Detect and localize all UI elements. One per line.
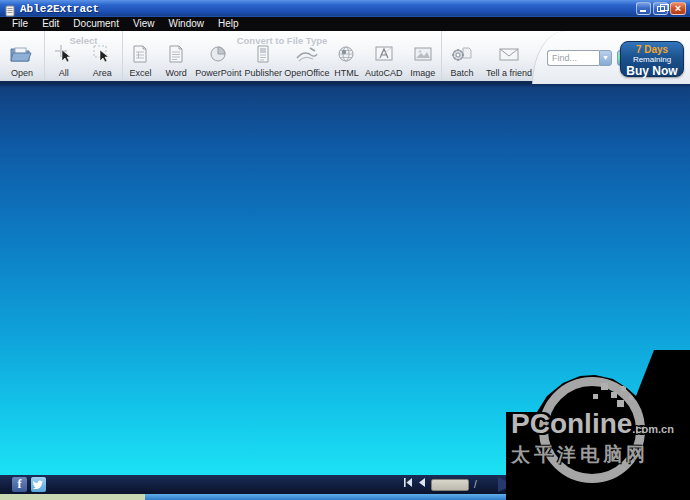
- toolbar-button-label: PowerPoint: [195, 68, 241, 78]
- find-dropdown-button[interactable]: ▼: [599, 50, 612, 66]
- toolbar-group-open: Open: [0, 31, 44, 81]
- toolbar-button-open[interactable]: Open: [0, 36, 44, 78]
- toolbar-button-label: Tell a friend: [486, 68, 532, 78]
- trial-days-remaining: 7 Days: [621, 44, 683, 55]
- toolbar-group-convert: Convert to File Type Excel Word PowerPoi…: [122, 31, 441, 81]
- bottom-border-left: [0, 494, 145, 500]
- toolbar-group-misc: Batch Tell a friend: [441, 31, 537, 81]
- toolbar-right-panel: ▼ ▶ 7 Days Remaining Buy Now: [532, 31, 690, 84]
- restore-button[interactable]: [653, 2, 668, 15]
- open-folder-icon: [9, 42, 35, 66]
- toolbar-button-label: Batch: [450, 68, 473, 78]
- toolbar-button-label: Image: [410, 68, 435, 78]
- toolbar-button-tell-a-friend[interactable]: Tell a friend: [482, 36, 536, 78]
- page-number-input[interactable]: [431, 479, 469, 491]
- watermark-chinese: 太平洋电脑网: [511, 442, 649, 468]
- toolbar-button-label: Open: [11, 68, 33, 78]
- find-input[interactable]: [547, 50, 599, 66]
- minimize-button[interactable]: [636, 2, 651, 15]
- toolbar-button-label: AutoCAD: [365, 68, 403, 78]
- toolbar-button-batch[interactable]: Batch: [442, 36, 482, 78]
- first-page-icon[interactable]: [404, 475, 413, 494]
- page-navigation: /: [404, 475, 477, 494]
- trial-remaining-label: Remaining: [621, 55, 683, 64]
- watermark-suffix: .com.cn: [632, 423, 674, 435]
- page-count-separator: /: [474, 479, 477, 490]
- menubar: File Edit Document View Window Help: [0, 17, 690, 31]
- menu-document[interactable]: Document: [66, 17, 126, 31]
- envelope-icon: [497, 42, 521, 66]
- batch-gear-icon: [450, 42, 474, 66]
- toolbar-button-label: Area: [93, 68, 112, 78]
- toolbar-button-label: Publisher: [244, 68, 282, 78]
- application-window: Able2Extract × File Edit Document View W…: [0, 0, 690, 500]
- close-button[interactable]: ×: [670, 2, 686, 15]
- menu-file[interactable]: File: [5, 17, 35, 31]
- select-group-label: Select: [45, 35, 122, 46]
- buy-now-button[interactable]: 7 Days Remaining Buy Now: [620, 41, 684, 77]
- menu-help[interactable]: Help: [211, 17, 246, 31]
- toolbar-group-select: Select All Area: [44, 31, 122, 81]
- toolbar-button-label: All: [59, 68, 69, 78]
- convert-group-label: Convert to File Type: [123, 35, 441, 46]
- toolbar-button-label: Excel: [129, 68, 151, 78]
- prev-page-icon[interactable]: [418, 475, 426, 494]
- menu-edit[interactable]: Edit: [35, 17, 66, 31]
- titlebar[interactable]: Able2Extract ×: [0, 0, 690, 17]
- toolbar-button-label: Word: [165, 68, 186, 78]
- toolbar-button-label: HTML: [334, 68, 359, 78]
- twitter-icon[interactable]: [31, 477, 46, 492]
- app-icon: [4, 3, 16, 15]
- buy-now-label: Buy Now: [621, 64, 683, 78]
- window-title: Able2Extract: [20, 3, 99, 15]
- watermark-brand: PConline.com.cn: [511, 408, 674, 440]
- menu-view[interactable]: View: [126, 17, 162, 31]
- facebook-icon[interactable]: f: [12, 477, 27, 492]
- menu-window[interactable]: Window: [161, 17, 211, 31]
- toolbar-button-label: OpenOffice: [284, 68, 329, 78]
